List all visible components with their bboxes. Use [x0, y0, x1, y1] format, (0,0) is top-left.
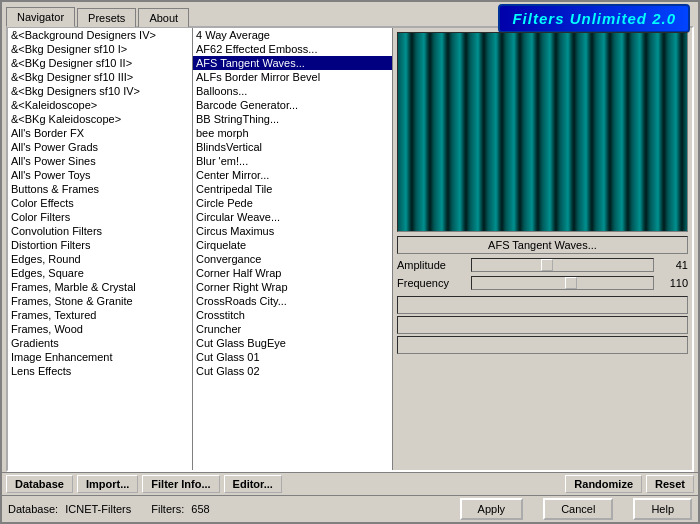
param-row-frequency: Frequency 110: [397, 276, 688, 290]
left-list-item[interactable]: &<Kaleidoscope>: [8, 98, 192, 112]
middle-list-item[interactable]: Balloons...: [193, 84, 392, 98]
tab-presets[interactable]: Presets: [77, 8, 136, 27]
editor-button[interactable]: Editor...: [224, 475, 282, 493]
reset-button[interactable]: Reset: [646, 475, 694, 493]
left-list-item[interactable]: Frames, Textured: [8, 308, 192, 322]
left-list-item[interactable]: Distortion Filters: [8, 238, 192, 252]
left-list-item[interactable]: Convolution Filters: [8, 224, 192, 238]
left-list-item[interactable]: Frames, Marble & Crystal: [8, 280, 192, 294]
middle-list-item[interactable]: Cut Glass 02: [193, 364, 392, 378]
bottom-toolbar: Database Import... Filter Info... Editor…: [2, 472, 698, 495]
middle-list-item[interactable]: Cut Glass BugEye: [193, 336, 392, 350]
frequency-label: Frequency: [397, 277, 467, 289]
extra-params: [397, 296, 688, 354]
empty-param-3: [397, 336, 688, 354]
middle-list-item[interactable]: 4 Way Average: [193, 28, 392, 42]
left-list-item[interactable]: Gradients: [8, 336, 192, 350]
middle-panel[interactable]: 4 Way AverageAF62 Effected Emboss...AFS …: [193, 28, 393, 470]
empty-param-2: [397, 316, 688, 334]
preview-box: [397, 32, 688, 232]
cancel-button[interactable]: Cancel: [543, 498, 613, 520]
middle-list-item[interactable]: Circular Weave...: [193, 210, 392, 224]
preview-image: [398, 33, 687, 231]
middle-list-item[interactable]: Circus Maximus: [193, 224, 392, 238]
left-list-item[interactable]: All's Power Grads: [8, 140, 192, 154]
content-area: &<Background Designers IV>&<Bkg Designer…: [6, 26, 694, 472]
filter-info-button[interactable]: Filter Info...: [142, 475, 219, 493]
app-logo: Filters Unlimited 2.0: [498, 4, 690, 33]
middle-list-item[interactable]: Cruncher: [193, 322, 392, 336]
middle-list-item[interactable]: Center Mirror...: [193, 168, 392, 182]
left-list-item[interactable]: Frames, Wood: [8, 322, 192, 336]
left-panel[interactable]: &<Background Designers IV>&<Bkg Designer…: [8, 28, 193, 470]
left-list-item[interactable]: Edges, Square: [8, 266, 192, 280]
database-status: Database: ICNET-Filters: [8, 503, 131, 515]
left-list-item[interactable]: &<Bkg Designer sf10 I>: [8, 42, 192, 56]
middle-list-item[interactable]: Convergance: [193, 252, 392, 266]
amplitude-value: 41: [658, 259, 688, 271]
import-button[interactable]: Import...: [77, 475, 138, 493]
left-list-item[interactable]: All's Power Toys: [8, 168, 192, 182]
left-list-item[interactable]: Frames, Stone & Granite: [8, 294, 192, 308]
right-panel: AFS Tangent Waves... Amplitude 41 Freque…: [393, 28, 692, 470]
middle-list-item[interactable]: AF62 Effected Emboss...: [193, 42, 392, 56]
middle-list-item[interactable]: ALFs Border Mirror Bevel: [193, 70, 392, 84]
left-list-item[interactable]: All's Power Sines: [8, 154, 192, 168]
filters-status: Filters: 658: [151, 503, 209, 515]
left-list-item[interactable]: All's Border FX: [8, 126, 192, 140]
preview-label: AFS Tangent Waves...: [397, 236, 688, 254]
tab-row: Navigator Presets About Filters Unlimite…: [2, 2, 698, 26]
left-list-item[interactable]: &<BKg Designer sf10 II>: [8, 56, 192, 70]
left-list-item[interactable]: Lens Effects: [8, 364, 192, 378]
middle-list-item[interactable]: Crosstitch: [193, 308, 392, 322]
middle-list-item[interactable]: AFS Tangent Waves...: [193, 56, 392, 70]
left-list-item[interactable]: &<BKg Kaleidoscope>: [8, 112, 192, 126]
frequency-value: 110: [658, 277, 688, 289]
help-button[interactable]: Help: [633, 498, 692, 520]
amplitude-label: Amplitude: [397, 259, 467, 271]
left-list-item[interactable]: &<Background Designers IV>: [8, 28, 192, 42]
middle-list-item[interactable]: Centripedal Tile: [193, 182, 392, 196]
middle-list-item[interactable]: BB StringThing...: [193, 112, 392, 126]
middle-list-item[interactable]: BlindsVertical: [193, 140, 392, 154]
status-bar: Database: ICNET-Filters Filters: 658 App…: [2, 495, 698, 522]
database-button[interactable]: Database: [6, 475, 73, 493]
main-window: Navigator Presets About Filters Unlimite…: [0, 0, 700, 524]
left-list-item[interactable]: &<Bkg Designers sf10 IV>: [8, 84, 192, 98]
left-list-item[interactable]: Color Effects: [8, 196, 192, 210]
tab-navigator[interactable]: Navigator: [6, 7, 75, 27]
empty-param-1: [397, 296, 688, 314]
param-row-amplitude: Amplitude 41: [397, 258, 688, 272]
middle-list-item[interactable]: bee morph: [193, 126, 392, 140]
middle-list-item[interactable]: Barcode Generator...: [193, 98, 392, 112]
middle-list-item[interactable]: Corner Half Wrap: [193, 266, 392, 280]
middle-list-item[interactable]: Cut Glass 01: [193, 350, 392, 364]
tab-about[interactable]: About: [138, 8, 189, 27]
middle-list-item[interactable]: Blur 'em!...: [193, 154, 392, 168]
amplitude-slider[interactable]: [471, 258, 654, 272]
middle-list-item[interactable]: Corner Right Wrap: [193, 280, 392, 294]
left-list-item[interactable]: Image Enhancement: [8, 350, 192, 364]
frequency-slider[interactable]: [471, 276, 654, 290]
middle-list-item[interactable]: Circle Pede: [193, 196, 392, 210]
left-list-item[interactable]: Edges, Round: [8, 252, 192, 266]
middle-list-item[interactable]: CrossRoads City...: [193, 294, 392, 308]
apply-button[interactable]: Apply: [460, 498, 524, 520]
left-list-item[interactable]: &<Bkg Designer sf10 III>: [8, 70, 192, 84]
left-list-item[interactable]: Color Filters: [8, 210, 192, 224]
middle-list-item[interactable]: Cirquelate: [193, 238, 392, 252]
randomize-button[interactable]: Randomize: [565, 475, 642, 493]
left-list-item[interactable]: Buttons & Frames: [8, 182, 192, 196]
